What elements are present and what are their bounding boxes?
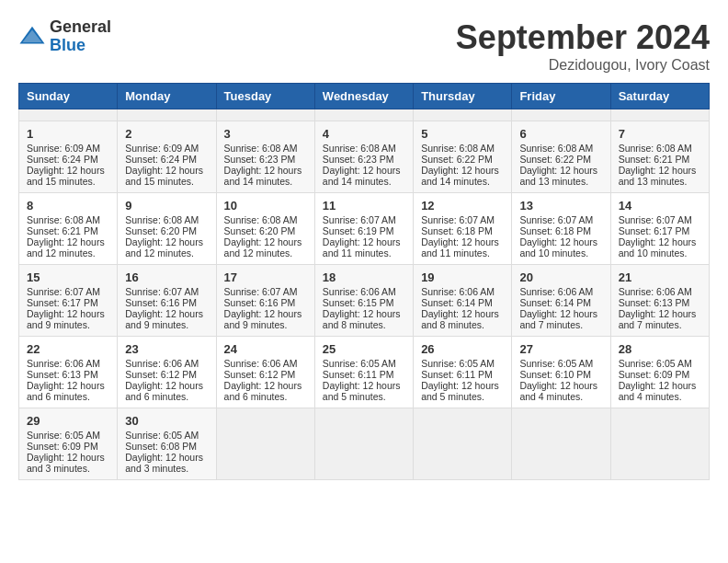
daylight-text: Daylight: 12 hours and 9 minutes.	[224, 308, 302, 330]
day-number: 10	[224, 199, 307, 213]
calendar-cell: 6Sunrise: 6:08 AMSunset: 6:22 PMDaylight…	[512, 121, 610, 193]
sunset-text: Sunset: 6:15 PM	[323, 297, 394, 308]
calendar-cell	[414, 408, 512, 480]
sunrise-text: Sunrise: 6:08 AM	[224, 143, 298, 154]
sunrise-text: Sunrise: 6:06 AM	[125, 358, 199, 369]
sunset-text: Sunset: 6:19 PM	[323, 225, 394, 236]
calendar-week-1	[19, 109, 710, 121]
calendar-cell	[512, 408, 610, 480]
day-number: 11	[323, 199, 405, 213]
calendar-cell: 11Sunrise: 6:07 AMSunset: 6:19 PMDayligh…	[314, 193, 413, 265]
calendar-cell: 5Sunrise: 6:08 AMSunset: 6:22 PMDaylight…	[414, 121, 512, 193]
calendar-cell: 26Sunrise: 6:05 AMSunset: 6:11 PMDayligh…	[414, 337, 512, 408]
daylight-text: Daylight: 12 hours and 6 minutes.	[224, 380, 302, 402]
location-title: Dezidougou, Ivory Coast	[456, 57, 710, 74]
daylight-text: Daylight: 12 hours and 4 minutes.	[519, 380, 597, 402]
daylight-text: Daylight: 12 hours and 13 minutes.	[619, 165, 697, 187]
sunrise-text: Sunrise: 6:07 AM	[224, 286, 298, 297]
daylight-text: Daylight: 12 hours and 14 minutes.	[224, 165, 302, 187]
sunrise-text: Sunrise: 6:05 AM	[519, 358, 593, 369]
daylight-text: Daylight: 12 hours and 12 minutes.	[27, 236, 105, 259]
sunset-text: Sunset: 6:23 PM	[224, 154, 296, 165]
sunset-text: Sunset: 6:12 PM	[125, 369, 197, 380]
sunrise-text: Sunrise: 6:08 AM	[619, 143, 692, 154]
day-number: 6	[519, 127, 602, 141]
calendar-cell: 18Sunrise: 6:06 AMSunset: 6:15 PMDayligh…	[314, 265, 413, 337]
calendar-cell	[314, 408, 413, 480]
sunrise-text: Sunrise: 6:09 AM	[125, 143, 199, 154]
sunrise-text: Sunrise: 6:08 AM	[224, 214, 298, 225]
daylight-text: Daylight: 12 hours and 3 minutes.	[125, 452, 203, 474]
sunset-text: Sunset: 6:14 PM	[421, 297, 493, 308]
sunset-text: Sunset: 6:17 PM	[619, 225, 690, 236]
sunset-text: Sunset: 6:14 PM	[519, 297, 591, 308]
day-number: 25	[323, 342, 405, 356]
calendar-cell	[118, 109, 216, 121]
month-title: September 2024	[456, 18, 710, 57]
sunrise-text: Sunrise: 6:07 AM	[519, 214, 593, 225]
calendar-week-4: 15Sunrise: 6:07 AMSunset: 6:17 PMDayligh…	[19, 265, 710, 337]
sunrise-text: Sunrise: 6:05 AM	[125, 430, 199, 441]
day-header-sunday: Sunday	[19, 84, 118, 109]
calendar-cell: 24Sunrise: 6:06 AMSunset: 6:12 PMDayligh…	[216, 337, 314, 408]
sunset-text: Sunset: 6:12 PM	[224, 369, 296, 380]
sunrise-text: Sunrise: 6:08 AM	[421, 143, 495, 154]
sunset-text: Sunset: 6:08 PM	[125, 441, 197, 452]
day-number: 18	[323, 270, 405, 284]
sunset-text: Sunset: 6:13 PM	[27, 369, 98, 380]
sunset-text: Sunset: 6:16 PM	[125, 297, 197, 308]
daylight-text: Daylight: 12 hours and 3 minutes.	[27, 452, 105, 474]
title-section: September 2024 Dezidougou, Ivory Coast	[456, 18, 710, 74]
sunrise-text: Sunrise: 6:06 AM	[619, 286, 692, 297]
sunrise-text: Sunrise: 6:08 AM	[519, 143, 593, 154]
calendar-cell: 8Sunrise: 6:08 AMSunset: 6:21 PMDaylight…	[19, 193, 118, 265]
daylight-text: Daylight: 12 hours and 9 minutes.	[27, 308, 105, 330]
calendar-cell	[414, 109, 512, 121]
calendar-cell: 9Sunrise: 6:08 AMSunset: 6:20 PMDaylight…	[118, 193, 216, 265]
sunset-text: Sunset: 6:18 PM	[421, 225, 493, 236]
day-number: 19	[421, 270, 504, 284]
sunrise-text: Sunrise: 6:06 AM	[323, 286, 396, 297]
calendar-cell: 27Sunrise: 6:05 AMSunset: 6:10 PMDayligh…	[512, 337, 610, 408]
day-header-tuesday: Tuesday	[216, 84, 314, 109]
sunrise-text: Sunrise: 6:08 AM	[323, 143, 396, 154]
day-number: 20	[519, 270, 602, 284]
sunset-text: Sunset: 6:09 PM	[27, 441, 98, 452]
sunrise-text: Sunrise: 6:07 AM	[421, 214, 495, 225]
calendar-cell: 15Sunrise: 6:07 AMSunset: 6:17 PMDayligh…	[19, 265, 118, 337]
day-number: 23	[125, 342, 208, 356]
sunset-text: Sunset: 6:21 PM	[619, 154, 690, 165]
day-header-thursday: Thursday	[414, 84, 512, 109]
sunrise-text: Sunrise: 6:05 AM	[27, 430, 100, 441]
day-number: 27	[519, 342, 602, 356]
daylight-text: Daylight: 12 hours and 7 minutes.	[519, 308, 597, 330]
day-number: 21	[619, 270, 701, 284]
calendar-cell: 12Sunrise: 6:07 AMSunset: 6:18 PMDayligh…	[414, 193, 512, 265]
day-number: 17	[224, 270, 307, 284]
sunset-text: Sunset: 6:11 PM	[421, 369, 493, 380]
daylight-text: Daylight: 12 hours and 8 minutes.	[323, 308, 401, 330]
sunset-text: Sunset: 6:13 PM	[619, 297, 690, 308]
day-number: 8	[27, 199, 109, 213]
daylight-text: Daylight: 12 hours and 12 minutes.	[224, 236, 302, 259]
sunset-text: Sunset: 6:23 PM	[323, 154, 394, 165]
day-header-monday: Monday	[118, 84, 216, 109]
daylight-text: Daylight: 12 hours and 9 minutes.	[125, 308, 203, 330]
day-header-friday: Friday	[512, 84, 610, 109]
sunset-text: Sunset: 6:17 PM	[27, 297, 98, 308]
day-number: 1	[27, 127, 109, 141]
daylight-text: Daylight: 12 hours and 10 minutes.	[619, 236, 697, 259]
sunrise-text: Sunrise: 6:09 AM	[27, 143, 100, 154]
calendar-cell: 16Sunrise: 6:07 AMSunset: 6:16 PMDayligh…	[118, 265, 216, 337]
day-number: 7	[619, 127, 701, 141]
day-number: 13	[519, 199, 602, 213]
calendar-cell: 3Sunrise: 6:08 AMSunset: 6:23 PMDaylight…	[216, 121, 314, 193]
sunset-text: Sunset: 6:16 PM	[224, 297, 296, 308]
daylight-text: Daylight: 12 hours and 4 minutes.	[619, 380, 697, 402]
day-number: 12	[421, 199, 504, 213]
sunrise-text: Sunrise: 6:06 AM	[224, 358, 298, 369]
logo: General Blue	[18, 18, 111, 55]
sunset-text: Sunset: 6:24 PM	[125, 154, 197, 165]
daylight-text: Daylight: 12 hours and 14 minutes.	[323, 165, 401, 187]
day-number: 2	[125, 127, 208, 141]
